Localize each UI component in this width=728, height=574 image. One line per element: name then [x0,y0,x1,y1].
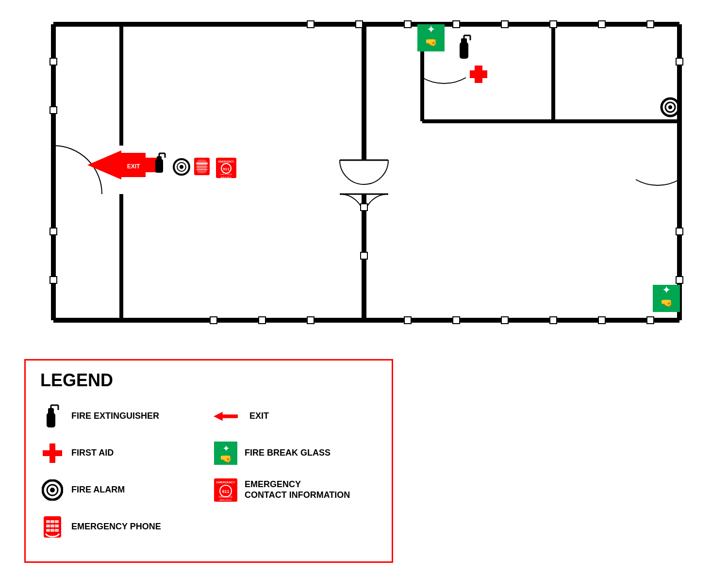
svg-rect-104 [55,520,59,523]
svg-rect-35 [501,317,508,324]
svg-rect-57 [196,166,208,167]
svg-text:✦: ✦ [662,284,671,296]
svg-rect-47 [155,159,163,173]
exit-arrow-icon [214,404,238,428]
svg-rect-38 [647,317,654,324]
svg-text:EMERGENCY: EMERGENCY [218,160,234,163]
svg-rect-68 [460,42,468,59]
svg-rect-108 [46,529,50,532]
fire-break-glass-icon: ✦ 🤜 [214,441,238,465]
legend: LEGEND FIRE EXTINGUISHER EXI [24,359,393,563]
svg-rect-109 [50,529,54,532]
exit-label: EXIT [249,411,269,422]
emergency-phone-icon [40,515,65,539]
svg-text:FIRE-POLICE: FIRE-POLICE [220,173,232,176]
legend-grid: FIRE EXTINGUISHER EXIT FIRST AID [40,400,377,543]
svg-rect-74 [470,70,487,78]
svg-rect-22 [501,21,508,28]
svg-rect-82 [48,408,54,415]
legend-item-first-aid: FIRST AID [40,437,204,469]
svg-rect-24 [598,21,605,28]
emergency-contact-icon: EMERGENCY 911 FIRE-POLICE AMBULANCE [214,478,238,502]
fire-extinguisher-label: FIRE EXTINGUISHER [71,411,159,422]
svg-rect-20 [404,21,411,28]
svg-point-94 [50,488,55,492]
svg-rect-103 [50,520,54,523]
svg-point-77 [668,105,672,109]
svg-rect-32 [307,317,314,324]
svg-rect-19 [356,21,363,28]
svg-rect-36 [550,317,557,324]
svg-rect-39 [676,58,683,65]
legend-item-fire-extinguisher: FIRE EXTINGUISHER [40,400,204,432]
svg-text:✦: ✦ [427,23,435,35]
first-aid-icon [40,441,65,465]
svg-rect-81 [47,413,55,427]
svg-rect-106 [50,525,54,527]
first-aid-label: FIRST AID [71,448,114,459]
svg-text:🤜: 🤜 [661,297,673,309]
svg-rect-107 [55,525,59,527]
floorplan: EXIT EMERGENCY [24,10,704,349]
svg-rect-110 [55,529,59,532]
svg-text:FIRE-POLICE: FIRE-POLICE [219,496,232,498]
svg-rect-43 [361,252,367,259]
svg-rect-18 [307,21,314,28]
svg-marker-86 [214,412,238,421]
svg-rect-27 [50,107,57,114]
svg-rect-30 [210,317,217,324]
svg-rect-56 [196,163,208,164]
svg-text:EXIT: EXIT [127,163,140,170]
svg-text:🤜: 🤜 [220,453,232,464]
fire-alarm-label: FIRE ALARM [71,485,125,495]
svg-text:EMERGENCY: EMERGENCY [216,481,235,484]
svg-rect-34 [453,317,460,324]
fire-alarm-icon [40,478,65,502]
emergency-contact-label: EMERGENCYCONTACT INFORMATION [245,479,350,500]
svg-rect-88 [43,450,62,456]
svg-rect-40 [676,228,683,235]
svg-text:911: 911 [222,489,229,494]
svg-rect-102 [46,520,50,523]
svg-text:✦: ✦ [223,444,230,453]
svg-rect-37 [598,317,605,324]
svg-rect-41 [676,277,683,283]
svg-rect-33 [404,317,411,324]
svg-rect-69 [461,38,467,44]
svg-point-54 [180,165,183,169]
legend-item-emergency-contact: EMERGENCY 911 FIRE-POLICE AMBULANCE EMER… [214,474,377,506]
svg-rect-48 [157,156,162,161]
svg-rect-28 [50,228,57,235]
svg-rect-58 [196,169,208,170]
legend-title: LEGEND [40,370,377,391]
fire-break-glass-label: FIRE BREAK GLASS [245,448,331,459]
svg-rect-105 [46,525,50,527]
svg-text:AMBULANCE: AMBULANCE [221,177,232,179]
svg-text:🤜: 🤜 [425,36,437,48]
svg-text:AMBULANCE: AMBULANCE [220,499,232,501]
legend-item-exit: EXIT [214,400,377,432]
svg-rect-25 [647,21,654,28]
svg-rect-29 [50,277,57,283]
emergency-phone-label: EMERGENCY PHONE [71,522,161,532]
legend-item-fire-alarm: FIRE ALARM [40,474,204,506]
legend-item-emergency-phone: EMERGENCY PHONE [40,511,204,543]
svg-rect-42 [361,204,367,211]
legend-item-fire-break-glass: ✦ 🤜 FIRE BREAK GLASS [214,437,377,469]
fire-extinguisher-icon [40,404,65,428]
svg-rect-21 [453,21,460,28]
svg-rect-31 [259,317,265,324]
svg-rect-26 [50,58,57,65]
svg-text:911: 911 [223,167,230,171]
svg-rect-23 [550,21,557,28]
